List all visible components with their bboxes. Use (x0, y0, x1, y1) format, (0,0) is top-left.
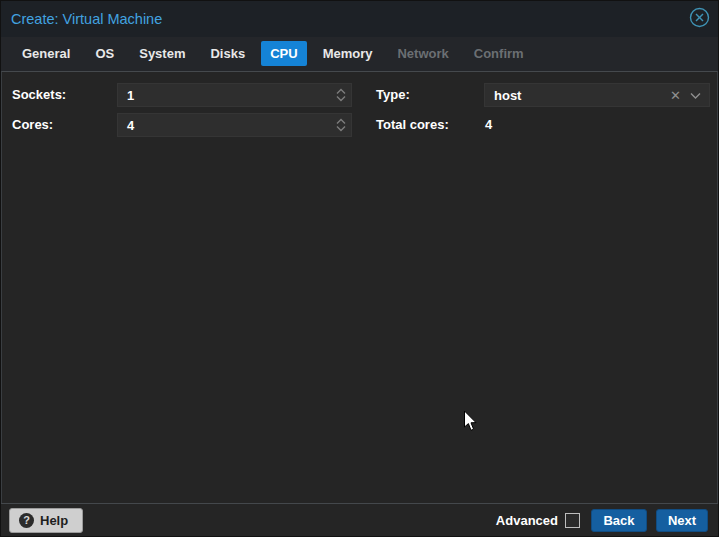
chevron-down-icon[interactable] (336, 95, 346, 102)
total-cores-value: 4 (485, 113, 492, 137)
question-circle-icon: ? (19, 513, 34, 528)
dialog-title: Create: Virtual Machine (11, 11, 688, 27)
mouse-cursor (463, 410, 478, 432)
cores-input[interactable]: 4 (117, 113, 352, 137)
cores-label: Cores: (12, 113, 53, 137)
close-button[interactable] (688, 8, 710, 30)
tab-network: Network (388, 41, 457, 66)
type-value: host (485, 88, 670, 103)
help-button[interactable]: ? Help (9, 508, 83, 533)
wizard-tab-bar: General OS System Disks CPU Memory Netwo… (1, 37, 718, 71)
advanced-label: Advanced (496, 513, 558, 528)
next-button[interactable]: Next (656, 509, 708, 532)
cores-value: 4 (118, 118, 331, 133)
dialog-footer: ? Help Advanced Back Next (1, 503, 718, 536)
sockets-value: 1 (118, 88, 331, 103)
back-button[interactable]: Back (591, 509, 647, 532)
help-button-label: Help (40, 513, 68, 528)
chevron-down-icon[interactable] (690, 86, 701, 104)
cpu-form-panel: Sockets: 1 Type: host ✕ C (1, 71, 718, 503)
tab-disks[interactable]: Disks (201, 41, 254, 66)
sockets-label: Sockets: (12, 83, 66, 107)
chevron-up-icon[interactable] (336, 118, 346, 125)
sockets-spinner[interactable] (331, 84, 351, 106)
tab-cpu[interactable]: CPU (261, 41, 306, 66)
sockets-input[interactable]: 1 (117, 83, 352, 107)
tab-confirm: Confirm (465, 41, 533, 66)
tab-system[interactable]: System (130, 41, 194, 66)
chevron-down-icon[interactable] (336, 125, 346, 132)
tab-general[interactable]: General (13, 41, 79, 66)
total-cores-label: Total cores: (376, 113, 449, 137)
tab-memory[interactable]: Memory (314, 41, 382, 66)
tab-os[interactable]: OS (86, 41, 123, 66)
cores-spinner[interactable] (331, 114, 351, 136)
create-vm-dialog: Create: Virtual Machine General OS Syste… (0, 0, 719, 537)
clear-x-icon[interactable]: ✕ (670, 89, 681, 102)
chevron-up-icon[interactable] (336, 88, 346, 95)
advanced-checkbox[interactable] (565, 513, 580, 528)
type-combobox[interactable]: host ✕ (484, 83, 710, 107)
combo-tools: ✕ (670, 86, 709, 104)
circle-x-icon (689, 7, 710, 31)
dialog-titlebar: Create: Virtual Machine (1, 1, 718, 37)
type-label: Type: (376, 83, 410, 107)
